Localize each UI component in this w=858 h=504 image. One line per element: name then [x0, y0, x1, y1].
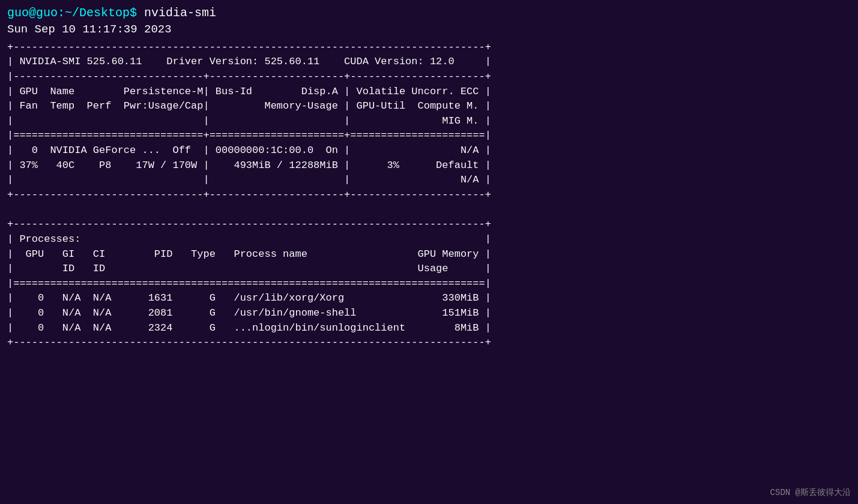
prompt-line: guo@guo:~/Desktop$ nvidia-smi — [7, 5, 851, 22]
smi-header: +---------------------------------------… — [7, 40, 851, 143]
prompt-user: guo@guo:~/Desktop$ — [7, 6, 144, 20]
gpu-row: | 0 NVIDIA GeForce ... Off | 00000000:1C… — [7, 143, 851, 203]
process-rows: | 0 N/A N/A 1631 G /usr/lib/xorg/Xorg 33… — [7, 291, 851, 335]
terminal-window: guo@guo:~/Desktop$ nvidia-smi Sun Sep 10… — [7, 5, 851, 499]
processes-header: +---------------------------------------… — [7, 217, 851, 291]
processes-footer: +---------------------------------------… — [7, 335, 851, 350]
prompt-command: nvidia-smi — [144, 6, 216, 20]
timestamp: Sun Sep 10 11:17:39 2023 — [7, 22, 851, 38]
blank-line — [7, 203, 851, 218]
watermark: CSDN @斯丢彼得大沿 — [770, 487, 851, 498]
